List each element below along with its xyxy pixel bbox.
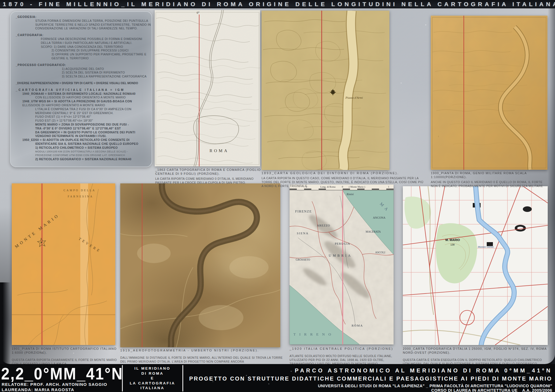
- map-1919-image: [120, 183, 280, 347]
- map-1863-image: 0° ROMA: [155, 10, 260, 166]
- parco-title: PARCO ASTRONOMICO AL MERIDIANO DI ROMA 0…: [295, 367, 552, 374]
- info-panel-line: SUPERFICIE TERRESTRE E NELLO SPAZIO EXTR…: [16, 23, 148, 27]
- caption-1893: 1893_CARTA GEOLOGICA DEI DINTORNI DI ROM…: [262, 171, 425, 188]
- grosseto-label: GROSSETO: [296, 258, 310, 261]
- ascoli-label: ASCOLI: [375, 251, 385, 254]
- project-code-title: 2,2_0°MM_41°N: [1, 364, 123, 383]
- poster-title: 1870 - FINE MILLENNIO_IL MERIDIANO DI RO…: [0, 1, 555, 8]
- info-panel-line: L'ITALIA È COMPRESA TRA 2 FUSI DI CA 6°3…: [16, 107, 148, 111]
- caption-title: 1893_CARTA GEOLOGICA DEI DINTORNI DI ROM…: [262, 171, 425, 175]
- thesis-poster: 1870 - FINE MILLENNIO_IL MERIDIANO DI RO…: [0, 0, 555, 392]
- caption-title: 2000_CARTA TOPOGRAFICA D'ITALIA 1:25000,…: [403, 347, 549, 355]
- map-1920-image: 1 Long. di Roma 0 ( Monte Mario ) 1 FIRE…: [290, 185, 394, 344]
- map-1893: Piazza d'Armi: [262, 11, 389, 170]
- map-2000: M. MARIO 138 Museo Genio: [403, 186, 548, 345]
- map-1900-image: [431, 16, 547, 170]
- info-panel-line: FUSO EST (2) = 11°57'08,40''<λ< 18°30'': [16, 119, 148, 123]
- roma-label: ROMA: [352, 324, 363, 327]
- info-panel-line: 1950_ED50 = SI ADOTTA UN DUPLICE RETICOL…: [16, 138, 148, 142]
- info-panel-line: MERIDIANI CENTRALI: 9° E 15° EST DI GREE…: [16, 111, 148, 115]
- info-panel-line: SCOPO: 1) DARE UNA CONOSCENZA DEL TERRIT…: [16, 45, 148, 49]
- footer-right-block: PARCO ASTRONOMICO AL MERIDIANO DI ROMA 0…: [185, 364, 553, 392]
- info-panel-line: 1948_UTM WGS 84 = SI ADOTTA LA PROIEZION…: [16, 100, 148, 103]
- footer-center-line: ITALIANA: [124, 386, 180, 391]
- rimini-label: Rimini: [346, 193, 354, 196]
- footer-center-line: IL MERIDIANO: [124, 366, 180, 371]
- caption-body: LA CARTA RIPORTA COME MERIDIANO 0 D'ITAL…: [155, 177, 262, 185]
- info-panel-line: _GEODESIA:: [16, 15, 148, 19]
- map-1920: 1 Long. di Roma 0 ( Monte Mario ) 1 FIRE…: [290, 185, 394, 344]
- top-banner: 1870 - FINE MILLENNIO_IL MERIDIANO DI RO…: [0, 0, 555, 8]
- caption-title: 1901_PIANTA DI ROMA ISTITUTO CARTOGRAFIC…: [12, 347, 121, 355]
- info-panel-line: MONTE MARIO = ZONA DI SOVRAPPOSIZIONE DE…: [16, 123, 148, 127]
- info-panel-line: IDENTIFICARE SIA IL SISTEMA NAZIONALE CH…: [16, 142, 148, 146]
- right-shadow-edge: [548, 8, 555, 364]
- map-1900: [431, 16, 547, 170]
- info-panel-line: [16, 85, 148, 88]
- info-panel-line: _CARTOGRAFIA UFFICIALE ITALIANA = IGM: [16, 88, 148, 92]
- info-panel-line: 2) RETICOLATO GEOGRAFICO = SISTEMA NAZIO…: [16, 157, 148, 161]
- info-panel-line: _PROCESSO CARTOGRAFICO:: [16, 63, 148, 67]
- caption-1901: 1901_PIANTA DI ROMA ISTITUTO CARTOGRAFIC…: [12, 347, 121, 366]
- info-panel-line: _CARTOGRAFIA:: [16, 33, 148, 37]
- info-panel-line: 3) OFFRIRE UN SUPPORTO PER PIANIFICARE, …: [16, 53, 148, 56]
- info-panel-line: FORNISCE UNA DESCRIZIONE POSSIBILE DI FO…: [16, 37, 148, 41]
- map-1901-image: MONTE MARIO CAMPO DELLA FARNESINA TEVERE: [12, 183, 115, 345]
- info-panel-line: DA GREENWICH = IN QUESTO PUNTO LE COORDI…: [16, 131, 148, 134]
- elevation-label: 138: [450, 243, 455, 246]
- map-1893-image: Piazza d'Armi: [262, 11, 389, 170]
- perugia-label: PERUGIA: [335, 242, 350, 245]
- info-panel-line: 2) SCELTA DEL SISTEMA DI RIFERIMENTO: [16, 71, 148, 75]
- roma-label: ROMA: [210, 148, 229, 153]
- info-panel-line: 2) CONSENTIRE DI SVILUPPARE PROCESSI LOG…: [16, 49, 148, 53]
- info-panel-line: CONSIDERAZIONE LE VARIAZIONI DI TALI GRA…: [16, 27, 148, 30]
- info-panel-line: VENGONO DETERMINATE IN ENTRAMBI I FUSI.: [16, 134, 148, 138]
- info-panel-line: DELLA TERRA I SUOI PARTICOLARI NATURALI …: [16, 41, 148, 45]
- caption-1863: _1863 CARTA TOPOGRAFICA DI ROMA E COMARC…: [155, 168, 262, 185]
- info-panel-line: STUDIA FORMA E DIMENSIONI DELLA TERRA, P…: [16, 19, 148, 23]
- info-panel-line: _DIVERSE RAPPRESENTAZIONI = DIVERSI TIPI…: [16, 81, 148, 85]
- info-panel-line: [16, 60, 148, 63]
- caption-title: 1900_PIANTA DI ROMA, GENIO MILITARE ROMA…: [431, 171, 548, 179]
- info-panel-line: 1) RETICOLATO CHILOMETRICO = SISTEMA EUR…: [16, 146, 148, 150]
- footer-center-line: LA CARTOGRAFIA: [124, 381, 180, 386]
- firenze-label: FIRENZE: [295, 209, 312, 213]
- info-panel-line: GESTIRE IL TERRITORIO: [16, 56, 148, 60]
- piazza-armi-label: Piazza d'Armi: [345, 96, 363, 99]
- corso-line: CORSO DI LAUREA IN ARCHITETTURA UE _ A.A…: [431, 388, 552, 392]
- museo-genio-label: Museo Genio: [478, 245, 494, 248]
- footer-divider-left: [122, 365, 123, 391]
- info-panel-line: MODULI 100X100 KM (CON SOTTOMULTIPLI A S…: [16, 150, 148, 154]
- relatore-line: RELATORE: PROF. ARCH. ANTONINO SAGGIO: [2, 382, 107, 387]
- caption-title: _1863 CARTA TOPOGRAFICA DI ROMA E COMARC…: [155, 168, 262, 176]
- siena-label: SIENA: [297, 232, 309, 235]
- umbria-label: UMBRIA: [329, 254, 352, 258]
- info-panel-line: TRA -0°30' E 0° OVVERO 11°57'08,40'' E 1…: [16, 127, 148, 131]
- macerata-label: MACERATA: [366, 230, 381, 233]
- info-panel-line: FUSO OVEST (1) = 6°<λ< 12°27'08,40'': [16, 115, 148, 119]
- tirreno-sea-label: TIRRENO: [293, 332, 335, 336]
- footer-center-line: DI ROMA: [124, 371, 180, 376]
- info-panel-line: PROIEZIONE CONFORME UTM ED50 CON ORIGINE…: [16, 154, 148, 157]
- left-shadow-edge: [0, 282, 11, 364]
- universita-line: UNIVERSITÀ DEGLI STUDI DI ROMA "LA SAPIE…: [318, 384, 552, 388]
- caption-title: _1920 ITALIA CENTRALE POLITICA (PORZIONE…: [290, 347, 401, 351]
- caption-body: LA CARTA RIPORTA IN QUESTO CASO, COME ME…: [262, 176, 425, 188]
- caption-1900: 1900_PIANTA DI ROMA, GENIO MILITARE ROMA…: [431, 171, 548, 188]
- footer-bar: 2,2_0°MM_41°N RELATORE: PROF. ARCH. ANTO…: [0, 364, 555, 392]
- info-panel-line: 1940_ROMA40 = SISTEMA DI RIFERIMENTO LOC…: [16, 92, 148, 96]
- campo-farnesina-label-1: CAMPO DELLA: [64, 189, 96, 192]
- footer-divider-right: [182, 365, 183, 391]
- laureanda-line: LAUREANDA: MARIA RAGOSTA: [2, 387, 74, 392]
- monte-mario-label: M. MARIO: [445, 238, 460, 242]
- arezzo-label: AREZZO: [317, 224, 330, 227]
- city-blocks: [436, 131, 518, 169]
- map-1901: MONTE MARIO CAMPO DELLA FARNESINA TEVERE: [12, 183, 115, 345]
- info-panel-line: 1) ACQUISIZIONE DEL DATO: [16, 67, 148, 71]
- info-panel-line: ELLISSOIDE DI HAYFORD ORIENTATO A MONTE …: [16, 103, 148, 107]
- map-1863: 0° ROMA: [155, 10, 260, 166]
- campo-farnesina-label-2: FARNESINA: [68, 195, 93, 198]
- map-1919: [120, 183, 280, 347]
- meridian-zero-label: 0°: [197, 11, 199, 14]
- map-2000-image: M. MARIO 138 Museo Genio: [403, 186, 548, 345]
